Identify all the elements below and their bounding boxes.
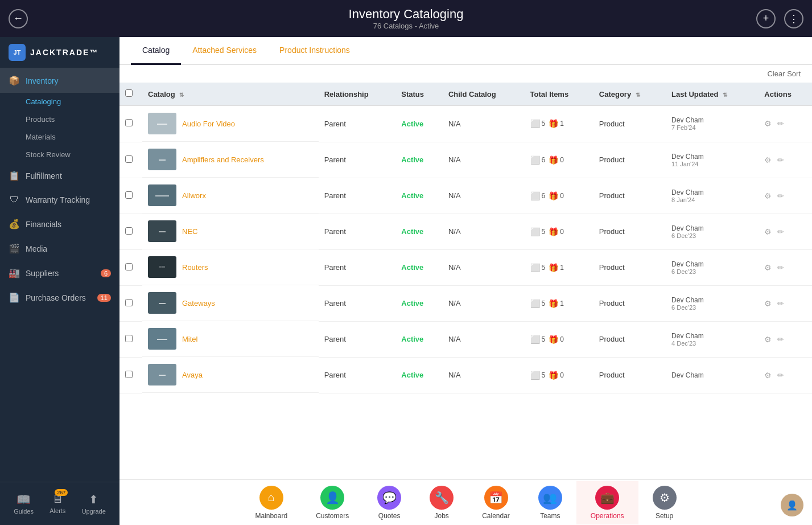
items-box-count: 6 [542, 156, 546, 164]
sidebar-item-stock-review[interactable]: Stock Review [0, 146, 119, 163]
catalog-image: ▬▬▬ [148, 328, 176, 350]
select-all-checkbox[interactable] [125, 89, 133, 97]
guides-button[interactable]: 📖 Guides [14, 493, 34, 515]
sidebar-item-warranty[interactable]: 🛡 Warranty Tracking [0, 188, 119, 212]
table-row: ▬▬▬ Audio For Video Parent Active N/A ⬜ … [119, 106, 812, 142]
sidebar-item-suppliers[interactable]: 🏭 Suppliers 6 [0, 261, 119, 285]
catalog-cell: ▬▬▬ Audio For Video [142, 106, 319, 142]
catalog-name-link[interactable]: Allworx [182, 191, 206, 200]
sidebar-item-products[interactable]: Products [0, 110, 119, 128]
bottom-tab-mainboard[interactable]: ⌂ Mainboard [241, 481, 302, 524]
category-cell: Product [593, 357, 666, 393]
edit-action-icon[interactable]: ✏ [777, 371, 784, 380]
edit-action-icon[interactable]: ✏ [777, 299, 784, 308]
catalog-sort-icon[interactable]: ⇅ [179, 92, 184, 98]
catalog-image: ▬▬ [148, 220, 176, 242]
row-checkbox[interactable] [125, 155, 133, 163]
status-badge: Active [401, 371, 423, 379]
category-cell: Product [593, 249, 666, 285]
edit-action-icon[interactable]: ✏ [777, 119, 784, 128]
sidebar-item-fulfillment[interactable]: 📋 Fulfillment [0, 163, 119, 188]
catalog-cell: ≡≡≡ Routers [142, 249, 319, 285]
header-catalog: Catalog ⇅ [142, 83, 319, 106]
catalog-image: ▬▬▬ [148, 113, 176, 134]
catalog-name-link[interactable]: Audio For Video [182, 120, 235, 128]
updated-date: 11 Jan'24 [671, 161, 753, 167]
items-box-count: 5 [542, 300, 546, 307]
more-button[interactable]: ⋮ [784, 9, 803, 28]
status-cell: Active [395, 285, 443, 321]
sidebar-item-media[interactable]: 🎬 Media [0, 236, 119, 261]
bottom-tab-customers[interactable]: 👤 Customers [302, 481, 363, 524]
category-cell: Product [593, 142, 666, 178]
page-subtitle: 76 Catalogs - Active [349, 22, 464, 30]
filter-action-icon[interactable]: ⚙ [764, 299, 772, 308]
edit-action-icon[interactable]: ✏ [777, 191, 784, 200]
bottom-tab-quotes[interactable]: 💬 Quotes [363, 481, 415, 524]
row-checkbox[interactable] [125, 299, 133, 306]
filter-action-icon[interactable]: ⚙ [764, 191, 772, 200]
filter-action-icon[interactable]: ⚙ [764, 371, 772, 380]
actions-cell: ⚙ ✏ [759, 178, 812, 214]
sidebar-item-materials[interactable]: Materials [0, 128, 119, 146]
guides-icon: 📖 [17, 493, 31, 506]
upgrade-button[interactable]: ⬆ Upgrade [82, 493, 106, 515]
edit-action-icon[interactable]: ✏ [777, 155, 784, 165]
bottom-tab-jobs[interactable]: 🔧 Jobs [415, 481, 468, 524]
sidebar-item-purchase-orders[interactable]: 📄 Purchase Orders 11 [0, 285, 119, 310]
bottom-tab-calendar[interactable]: 📅 Calendar [468, 481, 524, 524]
warranty-icon: 🛡 [9, 195, 20, 205]
back-button[interactable]: ← [9, 9, 28, 28]
items-gift-count: 0 [560, 335, 564, 343]
total-items-cell: ⬜ 6 🎁 0 [525, 142, 593, 178]
bottom-tab-setup[interactable]: ⚙ Setup [638, 481, 691, 524]
filter-action-icon[interactable]: ⚙ [764, 263, 772, 272]
catalog-name-link[interactable]: Avaya [182, 371, 203, 379]
updated-by: Dev Cham [671, 296, 753, 304]
actions-cell: ⚙ ✏ [759, 285, 812, 321]
bottom-tab-operations[interactable]: 💼 Operations [576, 481, 638, 524]
sidebar-item-cataloging[interactable]: Cataloging [0, 93, 119, 110]
gift-icon: 🎁 [549, 191, 558, 200]
filter-action-icon[interactable]: ⚙ [764, 155, 772, 165]
edit-action-icon[interactable]: ✏ [777, 263, 784, 272]
page-title: Inventory Cataloging [349, 7, 464, 22]
catalog-cell: ▬▬ Avaya [142, 357, 319, 393]
catalog-name-link[interactable]: Mitel [182, 335, 197, 343]
filter-action-icon[interactable]: ⚙ [764, 335, 772, 344]
row-checkbox[interactable] [125, 191, 133, 199]
add-button[interactable]: + [756, 9, 776, 28]
filter-action-icon[interactable]: ⚙ [764, 227, 772, 236]
alerts-button[interactable]: 🖥 267 Alerts [50, 493, 65, 515]
edit-action-icon[interactable]: ✏ [777, 335, 784, 344]
tab-attached-services[interactable]: Attached Services [181, 37, 268, 65]
edit-action-icon[interactable]: ✏ [777, 227, 784, 236]
last-updated-sort-icon[interactable]: ⇅ [723, 92, 727, 98]
catalog-name-link[interactable]: Gateways [182, 299, 215, 307]
catalog-name-link[interactable]: Amplifiers and Receivers [182, 155, 264, 164]
sidebar-item-inventory[interactable]: 📦 Inventory [0, 68, 119, 93]
filter-action-icon[interactable]: ⚙ [764, 119, 772, 128]
row-checkbox[interactable] [125, 371, 133, 378]
bottom-tab-teams[interactable]: 👥 Teams [524, 481, 576, 524]
back-icon: ← [13, 13, 23, 24]
category-sort-icon[interactable]: ⇅ [636, 92, 640, 98]
row-checkbox[interactable] [125, 263, 133, 270]
row-checkbox[interactable] [125, 335, 133, 342]
tab-catalog[interactable]: Catalog [131, 37, 181, 65]
catalog-name-link[interactable]: NEC [182, 227, 197, 236]
tab-product-instructions[interactable]: Product Instructions [268, 37, 361, 65]
profile-avatar[interactable]: 👤 [781, 494, 803, 516]
clear-sort-button[interactable]: Clear Sort [767, 69, 801, 78]
catalog-cell: ▬▬▬ Mitel [142, 321, 319, 357]
sidebar-item-financials[interactable]: 💰 Financials [0, 212, 119, 236]
quotes-icon: 💬 [377, 486, 401, 510]
total-items-cell: ⬜ 5 🎁 1 [525, 106, 593, 142]
row-checkbox[interactable] [125, 119, 133, 126]
status-cell: Active [395, 106, 443, 142]
row-checkbox[interactable] [125, 227, 133, 235]
total-items-cell: ⬜ 5 🎁 0 [525, 321, 593, 357]
items-box-count: 5 [542, 228, 546, 236]
gift-icon: 🎁 [549, 119, 558, 128]
catalog-name-link[interactable]: Routers [182, 263, 208, 272]
